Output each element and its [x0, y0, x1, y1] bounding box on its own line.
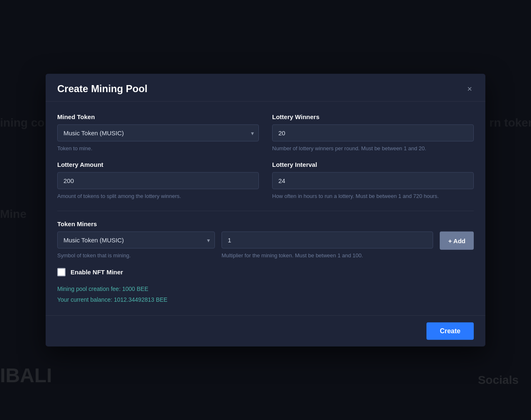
lottery-winners-hint: Number of lottery winners per round. Mus…	[272, 144, 474, 153]
create-button[interactable]: Create	[426, 322, 474, 339]
lottery-amount-hint: Amount of tokens to split among the lott…	[57, 192, 259, 200]
right-column: Lottery Winners Number of lottery winner…	[272, 113, 474, 208]
nft-miner-label[interactable]: Enable NFT Miner	[71, 269, 123, 276]
lottery-interval-input[interactable]	[272, 172, 474, 189]
lottery-amount-label: Lottery Amount	[57, 161, 259, 168]
form-grid: Mined Token Music Token (MUSIC) Hive BEE…	[57, 113, 474, 208]
dialog-title: Create Mining Pool	[57, 83, 147, 95]
token-miners-select[interactable]: Music Token (MUSIC) Hive BEE	[57, 232, 215, 249]
token-miners-select-inner: Music Token (MUSIC) Hive BEE ▾	[57, 232, 215, 249]
token-miners-select-wrapper: Music Token (MUSIC) Hive BEE ▾ Symbol of…	[57, 232, 215, 260]
mined-token-hint: Token to mine.	[57, 144, 259, 153]
lottery-winners-input[interactable]	[272, 125, 474, 142]
token-miners-multiplier-hint: Multiplier for the mining token. Must be…	[222, 252, 433, 260]
lottery-interval-hint: How often in hours to run a lottery. Mus…	[272, 192, 474, 200]
dialog-footer: Create	[46, 315, 485, 346]
lottery-amount-group: Lottery Amount Amount of tokens to split…	[57, 161, 259, 200]
dialog-header: Create Mining Pool ×	[46, 74, 485, 102]
token-miners-select-hint: Symbol of token that is mining.	[57, 252, 215, 260]
lottery-winners-label: Lottery Winners	[272, 113, 474, 120]
lottery-winners-group: Lottery Winners Number of lottery winner…	[272, 113, 474, 153]
lottery-interval-label: Lottery Interval	[272, 161, 474, 168]
close-button[interactable]: ×	[465, 83, 474, 95]
add-miner-button[interactable]: + Add	[440, 232, 474, 250]
token-miners-multiplier-input[interactable]	[222, 232, 433, 249]
mined-token-group: Mined Token Music Token (MUSIC) Hive BEE…	[57, 113, 259, 153]
nft-miner-row: Enable NFT Miner	[57, 268, 474, 276]
token-miners-row: Music Token (MUSIC) Hive BEE ▾ Symbol of…	[57, 232, 474, 260]
create-mining-pool-dialog: Create Mining Pool × Mined Token Music T…	[46, 74, 485, 347]
nft-miner-checkbox[interactable]	[57, 268, 66, 276]
token-miners-section: Token Miners Music Token (MUSIC) Hive BE…	[57, 220, 474, 260]
dialog-wrapper: Create Mining Pool × Mined Token Music T…	[46, 74, 485, 347]
section-divider	[57, 211, 474, 211]
left-column: Mined Token Music Token (MUSIC) Hive BEE…	[57, 113, 259, 208]
mined-token-label: Mined Token	[57, 113, 259, 120]
token-miners-label: Token Miners	[57, 220, 474, 227]
dialog-body: Mined Token Music Token (MUSIC) Hive BEE…	[46, 102, 485, 315]
mined-token-select-wrapper: Music Token (MUSIC) Hive BEE ▾	[57, 125, 259, 142]
lottery-interval-group: Lottery Interval How often in hours to r…	[272, 161, 474, 200]
token-miners-multiplier-wrapper: Multiplier for the mining token. Must be…	[222, 232, 433, 260]
lottery-amount-input[interactable]	[57, 172, 259, 189]
mined-token-select[interactable]: Music Token (MUSIC) Hive BEE	[57, 125, 259, 142]
balance-text: Your current balance: 1012.34492813 BEE	[57, 296, 474, 303]
fee-text: Mining pool creation fee: 1000 BEE	[57, 285, 474, 292]
add-button-wrapper: + Add	[440, 232, 474, 250]
